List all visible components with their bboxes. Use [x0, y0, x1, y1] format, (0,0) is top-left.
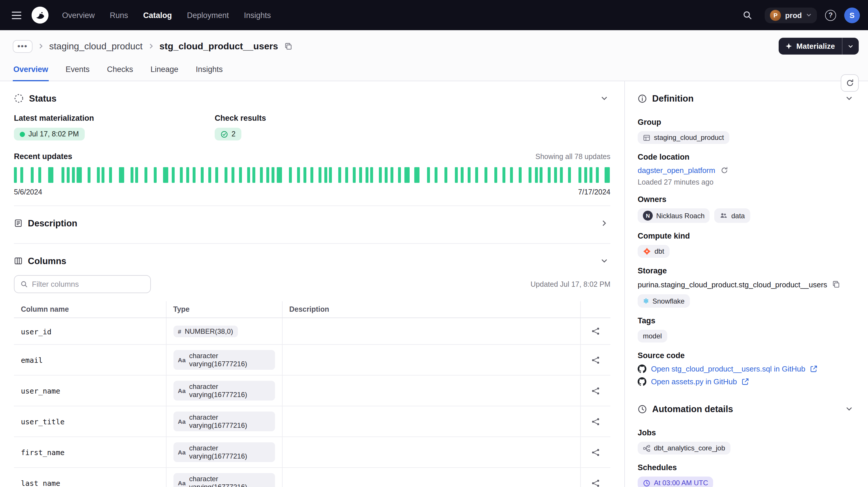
refresh-button[interactable]: [841, 74, 859, 92]
owner-user-badge[interactable]: NNicklaus Roach: [638, 208, 710, 223]
storage-kind-badge[interactable]: ❄ Snowflake: [638, 294, 690, 308]
nav-item-deployment[interactable]: Deployment: [187, 11, 229, 20]
job-badge[interactable]: dbt_analytics_core_job: [638, 442, 731, 455]
column-lineage-button[interactable]: [588, 352, 603, 368]
update-tick[interactable]: [503, 167, 506, 183]
update-tick[interactable]: [303, 167, 306, 183]
update-tick[interactable]: [605, 167, 610, 183]
nav-item-catalog[interactable]: Catalog: [143, 11, 172, 20]
update-tick[interactable]: [584, 167, 587, 183]
update-tick[interactable]: [405, 167, 410, 183]
update-tick[interactable]: [329, 167, 332, 183]
update-tick[interactable]: [398, 167, 401, 183]
update-tick[interactable]: [319, 167, 322, 183]
update-tick[interactable]: [119, 167, 124, 183]
nav-item-insights[interactable]: Insights: [244, 11, 271, 20]
update-tick[interactable]: [193, 167, 196, 183]
update-tick[interactable]: [384, 167, 387, 183]
update-tick[interactable]: [14, 167, 17, 183]
update-tick[interactable]: [67, 167, 70, 183]
search-button[interactable]: [738, 6, 756, 24]
column-lineage-button[interactable]: [588, 383, 603, 398]
compute-kind-badge[interactable]: dbt: [638, 245, 669, 258]
update-tick[interactable]: [289, 167, 292, 183]
update-tick[interactable]: [529, 167, 531, 183]
update-tick[interactable]: [271, 167, 274, 183]
update-tick[interactable]: [87, 167, 90, 183]
materialize-button[interactable]: Materialize: [778, 38, 842, 55]
reload-code-location-button[interactable]: [720, 166, 728, 175]
update-tick[interactable]: [548, 167, 551, 183]
nav-item-overview[interactable]: Overview: [62, 11, 95, 20]
update-tick[interactable]: [560, 167, 563, 183]
update-tick[interactable]: [38, 167, 41, 183]
update-tick[interactable]: [154, 167, 157, 183]
update-tick[interactable]: [596, 167, 599, 183]
update-tick[interactable]: [247, 167, 250, 183]
update-tick[interactable]: [510, 167, 513, 183]
copy-asset-name-button[interactable]: [283, 41, 293, 51]
update-tick[interactable]: [445, 167, 447, 183]
update-tick[interactable]: [76, 167, 82, 183]
group-badge[interactable]: staging_cloud_product: [638, 131, 729, 144]
column-lineage-button[interactable]: [588, 414, 603, 429]
columns-collapse-chevron[interactable]: [598, 255, 610, 267]
update-tick[interactable]: [97, 167, 100, 183]
update-tick[interactable]: [145, 167, 147, 183]
update-tick[interactable]: [539, 167, 542, 183]
update-tick[interactable]: [353, 167, 356, 183]
update-tick[interactable]: [49, 167, 54, 183]
nav-item-runs[interactable]: Runs: [110, 11, 128, 20]
definition-collapse-chevron[interactable]: [843, 92, 855, 104]
update-tick[interactable]: [554, 167, 557, 183]
dagster-logo[interactable]: [31, 6, 49, 24]
update-tick[interactable]: [535, 167, 537, 183]
update-tick[interactable]: [277, 167, 282, 183]
owner-team-badge[interactable]: data: [715, 208, 750, 223]
update-tick[interactable]: [379, 167, 382, 183]
update-tick[interactable]: [589, 167, 592, 183]
update-tick[interactable]: [239, 167, 242, 183]
update-tick[interactable]: [201, 167, 204, 183]
update-tick[interactable]: [102, 167, 105, 183]
column-lineage-button[interactable]: [588, 444, 603, 460]
update-tick[interactable]: [455, 167, 458, 183]
update-tick[interactable]: [172, 167, 175, 183]
update-tick[interactable]: [260, 167, 263, 183]
update-tick[interactable]: [208, 167, 211, 183]
update-tick[interactable]: [427, 167, 430, 183]
latest-materialization-badge[interactable]: Jul 17, 8:02 PM: [14, 128, 85, 141]
tab-overview[interactable]: Overview: [13, 60, 49, 81]
update-tick[interactable]: [20, 167, 23, 183]
tab-insights[interactable]: Insights: [195, 60, 223, 81]
update-tick[interactable]: [468, 167, 471, 183]
update-tick[interactable]: [461, 167, 464, 183]
update-tick[interactable]: [224, 167, 227, 183]
tab-events[interactable]: Events: [65, 60, 90, 81]
hamburger-menu-button[interactable]: [7, 7, 26, 24]
update-tick[interactable]: [579, 167, 581, 183]
update-tick[interactable]: [414, 167, 419, 183]
tag-badge[interactable]: model: [638, 330, 667, 342]
update-tick[interactable]: [61, 167, 64, 183]
update-tick[interactable]: [109, 167, 112, 183]
schedule-badge[interactable]: At 03:00 AM UTC: [638, 477, 713, 487]
update-tick[interactable]: [338, 167, 341, 183]
update-tick[interactable]: [568, 167, 571, 183]
column-lineage-button[interactable]: [588, 475, 603, 487]
update-tick[interactable]: [495, 167, 498, 183]
tab-lineage[interactable]: Lineage: [150, 60, 179, 81]
check-results-badge[interactable]: 2: [215, 128, 241, 141]
filter-columns-input[interactable]: [32, 280, 145, 288]
update-tick[interactable]: [252, 167, 255, 183]
update-tick[interactable]: [391, 167, 394, 183]
column-lineage-button[interactable]: [588, 323, 603, 339]
update-tick[interactable]: [345, 167, 348, 183]
update-tick[interactable]: [519, 167, 522, 183]
materialize-options-button[interactable]: [842, 38, 859, 55]
breadcrumb-overflow-button[interactable]: •••: [13, 40, 32, 53]
tab-checks[interactable]: Checks: [106, 60, 134, 81]
code-location-link[interactable]: dagster_open_platform: [638, 166, 715, 175]
help-button[interactable]: ?: [825, 9, 836, 21]
update-tick[interactable]: [297, 167, 300, 183]
